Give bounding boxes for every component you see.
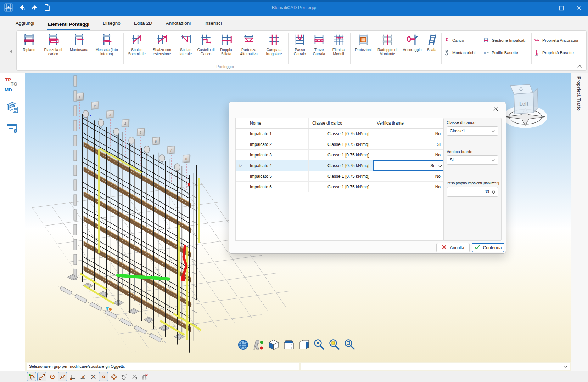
ribbon-item-mantovana[interactable]: Mantovana (66, 32, 92, 52)
snap-apparent-intersection-icon[interactable] (130, 372, 139, 381)
command-bar (25, 362, 571, 371)
col-header-verifica[interactable]: Verifica tirante (373, 118, 446, 128)
tab-annotazioni[interactable]: Annotazioni (165, 21, 192, 30)
ribbon: Ripiano Piazzola di carico Mantovana Men… (0, 30, 588, 73)
view-toolbar (237, 338, 356, 351)
ribbon-item-ripiano[interactable]: Ripiano (18, 32, 40, 52)
scaffold-tag: 3 (106, 110, 114, 118)
ribbon-item-trave-carraia[interactable]: Trave Carraia (309, 32, 329, 56)
annulla-button[interactable]: Annulla (436, 243, 470, 252)
tab-edita-2d[interactable]: Edita 2D (133, 21, 153, 30)
snap-perpendicular-icon[interactable] (68, 372, 77, 381)
tgmd-logo: TP TG MD (0, 76, 25, 96)
walkthrough-icon[interactable] (252, 338, 265, 351)
tab-inserisci[interactable]: Inserisci (203, 21, 223, 30)
ribbon-item-carico[interactable]: Carico (443, 36, 479, 44)
report-settings-button[interactable] (5, 121, 19, 135)
snap-magnet-icon[interactable] (27, 372, 36, 381)
ribbon-scroll-left-icon[interactable] (9, 49, 12, 55)
scaffold-tag: 2 (91, 101, 99, 109)
side-view-icon[interactable] (298, 338, 310, 351)
peso-proprio-label: Peso proprio impalcati [daN/m^2] (447, 181, 498, 185)
table-row[interactable]: Impalcato 2 Classe 1 [0.75 kN\mq] Si (236, 139, 448, 150)
command-prompt-input[interactable] (27, 363, 299, 370)
col-header-nome[interactable]: Nome (246, 118, 309, 128)
ribbon-item-piazzola[interactable]: Piazzola di carico (40, 32, 66, 56)
ribbon-item-passo-carraio[interactable]: Passo Carraio (290, 32, 309, 56)
ribbon-item-sbalzo-laterale[interactable]: Sbalzo laterale (176, 32, 196, 56)
dialog-side-panel: Classe di carico Classe1 Verifica tirant… (443, 118, 502, 241)
ribbon-item-castello[interactable]: Castello di Carico (196, 32, 216, 56)
table-row[interactable]: Impalcato 3 Classe 1 [0.75 kN\mq] No (236, 150, 448, 160)
chevron-down-icon[interactable] (564, 364, 567, 369)
ribbon-item-proprieta-ancoraggi[interactable]: Proprietà Ancoraggi (533, 36, 580, 44)
layers-button[interactable] (5, 100, 19, 114)
zoom-window-icon[interactable] (328, 338, 341, 351)
ribbon-item-doppia-stilata[interactable]: Doppia Stilata (216, 32, 236, 56)
snap-quadrant-icon[interactable] (109, 372, 118, 381)
close-button[interactable] (570, 0, 588, 16)
scaffold-tag: 1 (76, 92, 84, 101)
ribbon-item-profilo-basette[interactable]: Profilo Basette (483, 49, 530, 57)
menu-tabbar: Aggiungi Elementi Ponteggi Disegno Edita… (0, 16, 588, 30)
scala-icon (425, 33, 438, 46)
ribbon-item-sbalzo-sommitale[interactable]: Sbalzo Sommitale (125, 32, 148, 56)
snap-intersection-icon[interactable] (89, 372, 98, 381)
ribbon-item-gestione-impalcati[interactable]: Gestione Impalcati (483, 36, 530, 44)
command-input[interactable] (301, 363, 570, 370)
top-view-icon[interactable] (282, 338, 295, 351)
ribbon-divider (123, 33, 124, 64)
ribbon-item-campata[interactable]: Campata Irregolare (262, 32, 286, 56)
ribbon-item-ancoraggio[interactable]: Ancoraggio (401, 32, 424, 52)
zoom-previous-icon[interactable] (343, 338, 356, 351)
ribbon-item-proprieta-basette[interactable]: Proprietà Basette (533, 49, 580, 57)
spinner-arrows[interactable] (492, 190, 495, 194)
sbalzo-estensione-icon (155, 33, 169, 46)
ribbon-divider (441, 33, 442, 64)
ribbon-item-scala[interactable]: Scala (424, 32, 439, 52)
properties-strip-title: Proprietà Tratto (576, 76, 581, 111)
minimize-button[interactable] (535, 0, 553, 16)
tab-aggiungi[interactable]: Aggiungi (15, 21, 35, 30)
col-header-classe[interactable]: Classe di carico (309, 118, 373, 128)
maximize-button[interactable] (553, 0, 570, 16)
snap-nearest-icon[interactable] (78, 372, 88, 381)
verifica-tirante-combo[interactable]: Si (373, 160, 446, 171)
table-row[interactable]: Impalcato 1 Classe 1 [0.75 kN\mq] No (236, 129, 448, 139)
snap-center-icon[interactable] (47, 372, 57, 381)
tab-elementi-ponteggi[interactable]: Elementi Ponteggi (47, 22, 90, 30)
ribbon-collapse-icon[interactable] (577, 63, 582, 69)
globe-view-icon[interactable] (237, 338, 250, 351)
tab-disegno[interactable]: Disegno (102, 21, 121, 30)
table-row-selected[interactable]: ▷ Impalcato 4 Classe 1 [0.75 kN\mq] Si (236, 160, 448, 171)
conferma-button[interactable]: Conferma (472, 243, 504, 252)
titlebar: BlumatiCAD Ponteggi (0, 0, 588, 16)
properties-strip[interactable]: Proprietà Tratto (571, 73, 588, 371)
snap-midpoint-icon[interactable] (58, 372, 67, 381)
ribbon-item-montacarichi[interactable]: Montacarichi (443, 49, 479, 57)
isometric-view-icon[interactable] (267, 338, 280, 351)
snap-node-icon[interactable] (99, 372, 108, 381)
ribbon-item-elimina-moduli[interactable]: Elimina Moduli (329, 32, 348, 56)
snap-tangent-icon[interactable] (119, 372, 129, 381)
peso-proprio-spinner[interactable]: 30 (447, 187, 498, 197)
verifica-tirante-select[interactable]: Si (447, 155, 498, 165)
zoom-extents-icon[interactable] (313, 338, 326, 351)
table-row[interactable]: Impalcato 6 Classe 1 [0.75 kN\mq] No (236, 182, 448, 192)
scaffold-tag: 6 (152, 137, 160, 145)
snap-endpoint-icon[interactable] (37, 372, 46, 381)
ribbon-item-partenza[interactable]: Partenza Alternativa (236, 32, 262, 56)
layers-icon (5, 109, 19, 115)
green-check-icon (475, 245, 480, 250)
table-row[interactable]: Impalcato 5 Classe 1 [0.75 kN\mq] No (236, 171, 448, 182)
classe-di-carico-select[interactable]: Classe1 (447, 126, 498, 136)
ribbon-item-sbalzo-estensione[interactable]: Sbalzo con estensione (148, 32, 176, 56)
gestione-impalcati-icon (483, 37, 489, 44)
dialog-close-icon[interactable] (492, 106, 499, 112)
carico-icon (443, 37, 450, 44)
ribbon-item-mensola[interactable]: Mensola (lato interno) (92, 32, 122, 56)
snap-off-icon[interactable] (140, 372, 149, 381)
ribbon-item-protezioni[interactable]: Protezioni (352, 32, 374, 52)
ribbon-item-radoppio[interactable]: Radoppio di Montante (374, 32, 401, 56)
classe-di-carico-label: Classe di carico (447, 120, 498, 125)
